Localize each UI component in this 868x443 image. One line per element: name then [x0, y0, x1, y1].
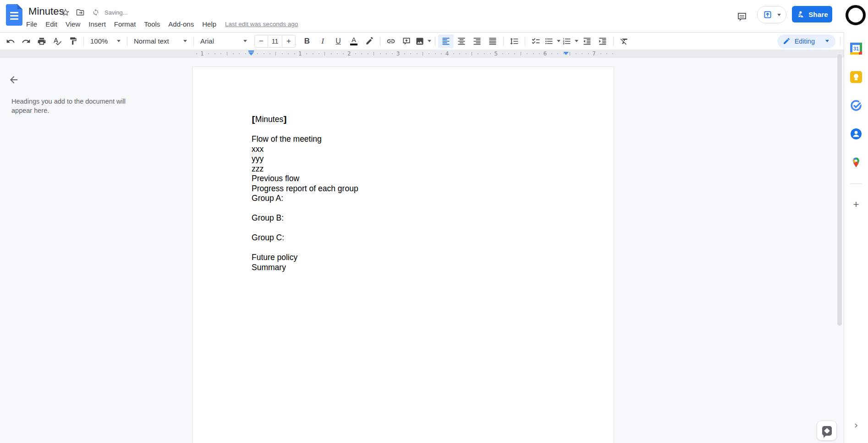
move-to-folder-icon[interactable]	[75, 7, 86, 18]
doc-line[interactable]: xxx	[252, 144, 565, 155]
star-icon[interactable]	[60, 7, 71, 18]
undo-button[interactable]	[3, 34, 18, 48]
present-button[interactable]	[757, 6, 786, 23]
doc-line[interactable]: Group C:	[252, 233, 565, 243]
menu-format[interactable]: Format	[110, 19, 140, 29]
google-tasks-icon[interactable]	[847, 96, 865, 115]
decrease-indent-button[interactable]	[579, 34, 595, 48]
share-person-lock-icon	[796, 10, 805, 19]
sync-saving-icon	[90, 7, 101, 18]
doc-line[interactable]: Progress report of each group	[252, 184, 565, 194]
numbered-list-button[interactable]	[561, 34, 579, 48]
print-button[interactable]	[34, 34, 49, 48]
menu-bar: FileEditViewInsertFormatToolsAdd-onsHelp…	[22, 17, 298, 30]
document-page[interactable]: [Minutes] Flow of the meetingxxxyyyzzzPr…	[192, 66, 614, 443]
text-color-button[interactable]: A	[346, 34, 362, 48]
paint-format-button[interactable]	[65, 34, 81, 48]
plus-icon: +	[853, 199, 859, 210]
menu-add-ons[interactable]: Add-ons	[164, 19, 198, 29]
increase-indent-button[interactable]	[595, 34, 610, 48]
open-comment-history-button[interactable]	[733, 8, 751, 26]
google-docs-logo-icon[interactable]	[6, 4, 22, 26]
underline-button[interactable]: U	[330, 34, 346, 48]
first-line-indent-marker[interactable]	[248, 50, 254, 52]
share-button[interactable]: Share	[792, 6, 832, 22]
doc-line[interactable]: Future policy	[252, 253, 565, 263]
doc-line[interactable]	[252, 204, 565, 214]
align-left-button[interactable]	[438, 34, 454, 48]
doc-line[interactable]: Group B:	[252, 213, 565, 223]
last-edit-link[interactable]: Last edit was seconds ago	[225, 21, 298, 28]
doc-line[interactable]	[252, 243, 565, 253]
doc-line[interactable]: Flow of the meeting	[252, 134, 565, 144]
ruler-tick	[410, 53, 411, 54]
vertical-scrollbar[interactable]	[837, 54, 842, 326]
align-center-button[interactable]	[454, 34, 469, 48]
explore-button[interactable]	[817, 421, 837, 441]
bold-button[interactable]: B	[299, 34, 315, 48]
image-dropdown-caret[interactable]	[428, 40, 431, 44]
google-keep-icon[interactable]	[847, 68, 865, 86]
doc-line[interactable]: Group A:	[252, 194, 565, 204]
highlight-color-button[interactable]	[362, 34, 377, 48]
zoom-dropdown[interactable]: 100%	[87, 34, 124, 48]
spelling-check-button[interactable]	[49, 34, 65, 48]
doc-line[interactable]	[252, 223, 565, 233]
menu-view[interactable]: View	[61, 19, 84, 29]
google-maps-icon[interactable]	[847, 153, 865, 172]
ruler-tick	[392, 53, 393, 54]
menu-insert[interactable]: Insert	[84, 19, 110, 29]
hide-side-panel-button[interactable]	[847, 416, 865, 435]
right-indent-marker[interactable]	[563, 50, 569, 55]
document-canvas: Headings you add to the document will ap…	[0, 58, 844, 443]
present-dropdown-caret[interactable]	[777, 14, 781, 18]
ruler-tick	[313, 53, 313, 54]
menu-help[interactable]: Help	[198, 19, 220, 29]
font-dropdown[interactable]: Arial	[197, 34, 251, 48]
ruler-tick	[429, 53, 429, 54]
ruler-tick	[208, 53, 209, 54]
align-right-button[interactable]	[469, 34, 485, 48]
doc-line[interactable]: Summary	[252, 263, 565, 273]
line-spacing-button[interactable]	[506, 34, 522, 48]
google-calendar-icon[interactable]: 31	[847, 39, 865, 58]
get-add-ons-button[interactable]: +	[847, 195, 865, 214]
add-comment-button[interactable]	[399, 34, 414, 48]
editing-mode-dropdown[interactable]: Editing	[777, 34, 835, 48]
insert-link-button[interactable]	[383, 34, 399, 48]
justify-button[interactable]	[485, 34, 500, 48]
ruler-tick	[435, 53, 436, 54]
close-outline-button[interactable]	[5, 71, 23, 89]
font-size-decrease-button[interactable]: −	[255, 35, 268, 47]
styles-dropdown[interactable]: Normal text	[130, 34, 191, 48]
saving-status: Saving...	[104, 9, 128, 16]
left-indent-marker[interactable]	[248, 50, 254, 55]
side-panel-divider	[850, 183, 862, 184]
font-size-value[interactable]: 11	[268, 35, 282, 47]
account-avatar[interactable]	[846, 5, 866, 25]
doc-line[interactable]: Previous flow	[252, 174, 565, 184]
font-size-increase-button[interactable]: +	[282, 35, 295, 47]
italic-button[interactable]: I	[315, 34, 330, 48]
ruler-tick	[533, 53, 534, 54]
doc-line[interactable]: zzz	[252, 164, 565, 174]
document-title-input[interactable]: Minutes	[28, 6, 64, 17]
doc-line[interactable]	[252, 125, 565, 135]
menu-tools[interactable]: Tools	[140, 19, 164, 29]
doc-line[interactable]: yyy	[252, 154, 565, 164]
outline-placeholder-text: Headings you add to the document will ap…	[11, 97, 127, 115]
menu-edit[interactable]: Edit	[41, 19, 61, 29]
insert-image-button[interactable]	[414, 34, 432, 48]
doc-line[interactable]: [Minutes]	[252, 115, 565, 125]
document-text: [Minutes] Flow of the meetingxxxyyyzzzPr…	[252, 115, 565, 272]
numbered-list-dropdown-caret[interactable]	[575, 40, 578, 44]
bulleted-list-button[interactable]	[544, 34, 561, 48]
redo-button[interactable]	[18, 34, 34, 48]
google-contacts-icon[interactable]	[847, 125, 865, 143]
ruler-tick	[612, 53, 613, 54]
ruler[interactable]: 11234567	[0, 50, 844, 58]
bulleted-list-dropdown-caret[interactable]	[557, 40, 560, 44]
menu-file[interactable]: File	[22, 19, 41, 29]
checklist-button[interactable]	[528, 34, 544, 48]
clear-formatting-button[interactable]	[616, 34, 632, 48]
